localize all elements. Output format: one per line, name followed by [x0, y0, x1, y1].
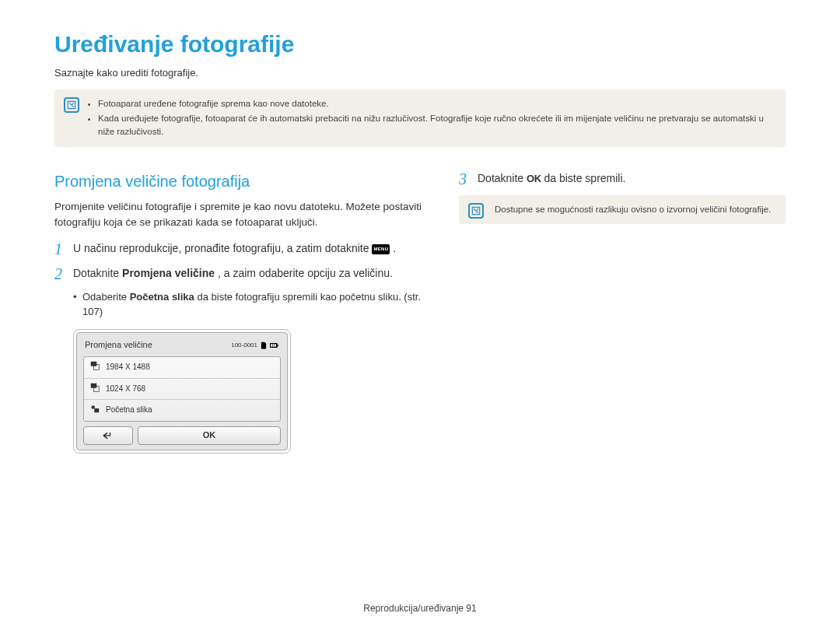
- step-2: 2 Dotaknite Promjena veličine , a zaim o…: [54, 265, 428, 282]
- lcd-ok-button[interactable]: OK: [138, 426, 281, 445]
- resize-icon: [90, 361, 100, 374]
- lcd-option-2-label: 1024 X 768: [106, 384, 145, 395]
- lcd-option-1[interactable]: 1984 X 1488: [84, 357, 280, 379]
- section-heading: Promjena veličine fotografija: [54, 170, 428, 193]
- footer-label: Reprodukcija/uređivanje: [363, 603, 466, 614]
- sd-card-icon: [259, 342, 268, 349]
- note-icon: [468, 203, 484, 219]
- lcd-option-2[interactable]: 1024 X 768: [84, 379, 280, 401]
- svg-rect-3: [273, 344, 275, 347]
- sub-bold: Početna slika: [130, 291, 194, 303]
- page-title: Uređivanje fotografije: [54, 27, 786, 61]
- step-1: 1 U načinu reprodukcije, pronađite fotog…: [54, 240, 428, 257]
- lcd-option-3[interactable]: Početna slika: [84, 400, 280, 421]
- section-desc: Promjenite veličinu fotografije i spremi…: [54, 199, 428, 229]
- back-arrow-icon: [103, 431, 114, 440]
- step-1-text-a: U načinu reprodukcije, pronađite fotogra…: [73, 242, 372, 254]
- top-note-item-1: Fotoaparat uređene fotografije sprema ka…: [98, 97, 775, 110]
- lcd-option-list: 1984 X 1488 1024 X 768 Početna slika: [83, 356, 281, 422]
- step-2-text-b: , a zaim odaberite opciju za veličinu.: [218, 267, 393, 279]
- page-intro: Saznajte kako urediti fotografije.: [54, 66, 786, 81]
- camera-lcd: Promjena veličine 100-0001 1984 X 1488: [73, 329, 291, 453]
- lcd-counter: 100-0001: [231, 341, 257, 350]
- step-1-text-b: .: [393, 242, 396, 254]
- right-note-text: Dostupne se mogućnosti razlikuju ovisno …: [495, 205, 771, 214]
- step-number: 2: [54, 265, 73, 282]
- svg-rect-1: [278, 345, 278, 346]
- note-icon: [64, 97, 79, 113]
- left-column: Promjena veličine fotografija Promjenite…: [54, 170, 428, 453]
- step-number: 1: [54, 240, 73, 257]
- right-column: 3 Dotaknite OK da biste spremili. Dostup…: [459, 170, 786, 453]
- svg-rect-2: [271, 344, 272, 347]
- start-image-icon: [90, 404, 100, 417]
- step-2-subbullet: • Odaberite Početna slika da biste fotog…: [73, 290, 428, 320]
- step-2-bold: Promjena veličine: [122, 267, 215, 279]
- lcd-title: Promjena veličine: [85, 339, 152, 352]
- svg-rect-4: [275, 344, 276, 347]
- lcd-option-3-label: Početna slika: [106, 405, 152, 416]
- step-3-text-a: Dotaknite: [478, 172, 527, 184]
- right-note-box: Dostupne se mogućnosti razlikuju ovisno …: [459, 195, 786, 224]
- footer-page-no: 91: [466, 603, 476, 614]
- ok-symbol: OK: [527, 172, 541, 187]
- step-2-text-a: Dotaknite: [73, 267, 122, 279]
- battery-icon: [270, 342, 279, 349]
- lcd-back-button[interactable]: [83, 426, 133, 445]
- step-3: 3 Dotaknite OK da biste spremili.: [459, 170, 786, 187]
- resize-icon: [90, 383, 100, 396]
- menu-icon: MENU: [372, 244, 390, 254]
- page-footer: Reprodukcija/uređivanje 91: [0, 602, 840, 615]
- step-number: 3: [459, 170, 478, 187]
- top-note-box: Fotoaparat uređene fotografije sprema ka…: [54, 89, 786, 147]
- sub-a: Odaberite: [82, 291, 130, 303]
- lcd-option-1-label: 1984 X 1488: [106, 362, 150, 373]
- bullet-dot: •: [73, 290, 82, 320]
- svg-rect-10: [94, 408, 99, 412]
- step-3-text-b: da biste spremili.: [544, 172, 625, 184]
- top-note-item-2: Kada uređujete fotografije, fotoaparat ć…: [98, 112, 775, 138]
